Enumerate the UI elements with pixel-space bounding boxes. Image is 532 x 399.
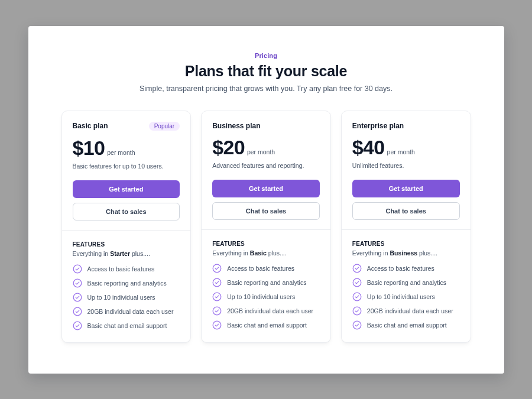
feature-text: Access to basic features <box>367 265 434 272</box>
feature-item: Basic reporting and analytics <box>212 278 320 287</box>
features-lead-suffix: plus.... <box>267 249 287 257</box>
plan-features: FEATURES Everything in Business plus....… <box>342 230 471 342</box>
price-suffix: per month <box>387 148 415 155</box>
check-circle-icon <box>212 278 222 287</box>
plan-desc: Advanced features and reporting. <box>212 162 320 169</box>
check-circle-icon <box>352 264 362 273</box>
features-lead-suffix: plus.... <box>417 249 437 257</box>
feature-item: Basic reporting and analytics <box>73 278 180 288</box>
price-row: $40 per month <box>352 137 460 157</box>
pricing-page: Pricing Plans that fit your scale Simple… <box>28 26 504 374</box>
eyebrow: Pricing <box>61 52 471 59</box>
plan-name: Business plan <box>212 122 260 130</box>
feature-item: 20GB individual data each user <box>352 306 460 316</box>
price-suffix: per month <box>247 148 275 155</box>
feature-text: Basic reporting and analytics <box>87 280 167 287</box>
plan-basic: Basic plan Popular $10 per month Basic f… <box>61 111 192 343</box>
plan-desc: Unlimited features. <box>352 162 460 169</box>
get-started-button[interactable]: Get started <box>352 180 460 197</box>
feature-item: Access to basic features <box>352 264 460 273</box>
feature-item: Access to basic features <box>212 264 320 273</box>
features-lead: Everything in Basic plus.... <box>212 249 320 257</box>
price-row: $10 per month <box>73 138 180 158</box>
feature-text: Basic reporting and analytics <box>367 279 446 286</box>
feature-item: Basic chat and email support <box>212 320 320 330</box>
get-started-button[interactable]: Get started <box>212 180 320 197</box>
plan-head: Enterprise plan <box>352 122 460 130</box>
feature-item: Up to 10 individual users <box>73 293 180 302</box>
price: $20 <box>212 137 245 157</box>
plan-top: Business plan $20 per month Advanced fea… <box>202 111 330 230</box>
features-lead: Everything in Business plus.... <box>352 249 460 257</box>
features-lead-strong: Starter <box>110 250 130 257</box>
features-list: Access to basic features Basic reporting… <box>212 264 320 330</box>
chat-to-sales-button[interactable]: Chat to sales <box>73 203 180 220</box>
check-circle-icon <box>352 278 362 287</box>
features-lead-prefix: Everything in <box>212 249 250 257</box>
feature-item: Access to basic features <box>73 264 180 274</box>
feature-text: Basic reporting and analytics <box>227 279 306 286</box>
features-lead-strong: Business <box>390 249 417 257</box>
feature-text: Basic chat and email support <box>367 322 447 329</box>
check-circle-icon <box>212 320 222 330</box>
plan-enterprise: Enterprise plan $40 per month Unlimited … <box>341 111 471 343</box>
feature-text: Up to 10 individual users <box>87 294 155 301</box>
feature-item: Up to 10 individual users <box>352 292 460 301</box>
plans-row: Basic plan Popular $10 per month Basic f… <box>61 111 471 343</box>
features-list: Access to basic features Basic reporting… <box>73 264 180 330</box>
check-circle-icon <box>73 293 82 302</box>
page-subtitle: Simple, transparent pricing that grows w… <box>61 85 471 93</box>
price-row: $20 per month <box>212 137 320 157</box>
feature-text: Up to 10 individual users <box>367 293 435 300</box>
feature-text: Up to 10 individual users <box>227 293 295 300</box>
features-title: FEATURES <box>352 241 460 247</box>
features-lead-strong: Basic <box>250 249 267 257</box>
feature-item: 20GB individual data each user <box>73 307 180 316</box>
features-lead-prefix: Everything in <box>73 250 111 257</box>
price-suffix: per month <box>107 149 135 156</box>
feature-text: Basic chat and email support <box>87 322 167 329</box>
price: $10 <box>73 138 105 158</box>
feature-item: Basic chat and email support <box>352 320 460 330</box>
feature-text: Basic chat and email support <box>227 322 307 329</box>
price: $40 <box>352 137 385 157</box>
chat-to-sales-button[interactable]: Chat to sales <box>212 202 320 220</box>
feature-text: 20GB individual data each user <box>367 307 453 314</box>
features-lead: Everything in Starter plus.... <box>73 250 180 257</box>
features-lead-prefix: Everything in <box>352 249 390 257</box>
plan-head: Basic plan Popular <box>73 122 180 131</box>
feature-item: Basic reporting and analytics <box>352 278 460 287</box>
features-list: Access to basic features Basic reporting… <box>352 264 460 330</box>
plan-features: FEATURES Everything in Basic plus.... Ac… <box>202 230 330 342</box>
chat-to-sales-button[interactable]: Chat to sales <box>352 202 460 220</box>
plan-top: Enterprise plan $40 per month Unlimited … <box>342 111 471 230</box>
feature-text: 20GB individual data each user <box>227 307 313 314</box>
check-circle-icon <box>73 278 82 288</box>
feature-item: Basic chat and email support <box>73 321 180 330</box>
features-title: FEATURES <box>73 241 180 248</box>
plan-business: Business plan $20 per month Advanced fea… <box>201 111 331 343</box>
plan-name: Enterprise plan <box>352 122 404 130</box>
check-circle-icon <box>212 292 222 301</box>
features-title: FEATURES <box>212 241 320 247</box>
feature-text: Access to basic features <box>87 265 155 273</box>
feature-text: Access to basic features <box>227 265 294 272</box>
check-circle-icon <box>212 306 222 316</box>
feature-item: Up to 10 individual users <box>212 292 320 301</box>
check-circle-icon <box>352 320 362 330</box>
plan-desc: Basic features for up to 10 users. <box>73 163 180 170</box>
feature-item: 20GB individual data each user <box>212 306 320 316</box>
check-circle-icon <box>352 306 362 316</box>
plan-name: Basic plan <box>73 122 108 130</box>
feature-text: 20GB individual data each user <box>87 308 174 315</box>
check-circle-icon <box>352 292 362 301</box>
features-lead-suffix: plus.... <box>130 250 150 257</box>
check-circle-icon <box>73 321 82 330</box>
check-circle-icon <box>73 264 82 274</box>
check-circle-icon <box>73 307 82 316</box>
get-started-button[interactable]: Get started <box>73 180 180 198</box>
check-circle-icon <box>212 264 222 273</box>
page-title: Plans that fit your scale <box>61 63 471 80</box>
plan-features: FEATURES Everything in Starter plus.... … <box>62 231 191 342</box>
badge-popular: Popular <box>149 122 180 131</box>
